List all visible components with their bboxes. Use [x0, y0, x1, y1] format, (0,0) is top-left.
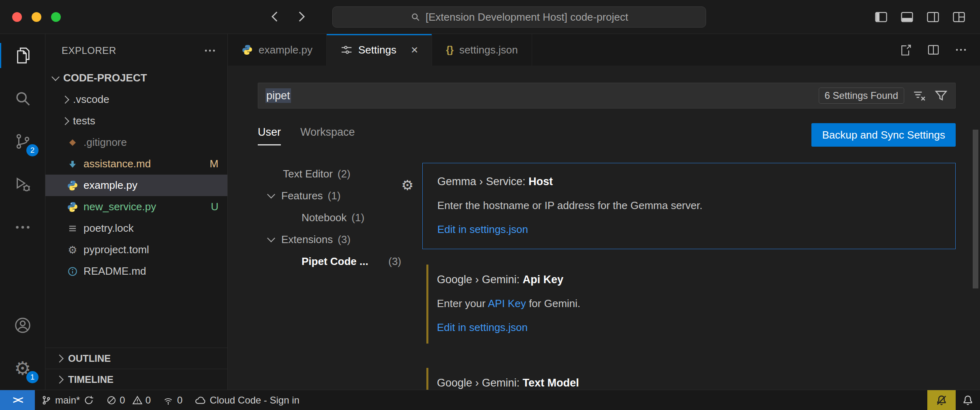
setting-actions-gear-icon[interactable]: ⚙ [401, 178, 413, 192]
account-icon [13, 316, 32, 335]
python-icon [66, 180, 79, 191]
split-editor-icon[interactable] [927, 43, 940, 57]
folder-tests[interactable]: tests [45, 110, 227, 132]
json-braces-icon: {} [446, 44, 454, 56]
file-example-py[interactable]: example.py [45, 175, 227, 196]
list-icon [66, 223, 79, 234]
activity-settings[interactable]: ⚙ 1 [0, 347, 45, 390]
files-icon [13, 46, 32, 65]
activity-more[interactable] [0, 206, 45, 249]
tab-bar: example.py Settings × {} settings.json [228, 34, 980, 66]
customize-layout-icon[interactable] [952, 10, 966, 24]
setting-google-gemini-text-model[interactable]: Google › Gemini: Text Model [422, 365, 956, 390]
clear-filters-icon[interactable] [912, 89, 926, 102]
api-key-link[interactable]: API Key [488, 297, 526, 310]
ellipsis-icon [13, 218, 32, 237]
sync-icon [83, 395, 94, 406]
setting-google-gemini-api-key[interactable]: Google › Gemini: Api Key Enter your API … [422, 261, 956, 347]
chevron-down-icon [51, 73, 60, 81]
vertical-scrollbar[interactable] [973, 130, 978, 288]
problems-status[interactable]: 0 0 [100, 390, 157, 410]
file-poetry-lock[interactable]: poetry.lock [45, 218, 227, 239]
vscode-window: [Extension Development Host] code-projec… [0, 0, 980, 410]
chevron-right-icon [61, 96, 69, 104]
file-pyproject-toml[interactable]: ⚙ pyproject.toml [45, 239, 227, 261]
toc-pipet-code[interactable]: Pipet Code ... (3) [258, 250, 412, 272]
settings-editor: pipet 6 Settings Found User Workspace [228, 66, 980, 390]
scm-badge: 2 [26, 144, 39, 156]
tab-settings[interactable]: Settings × [327, 34, 432, 66]
sidebar-title: EXPLORER [62, 45, 116, 56]
scope-tab-workspace[interactable]: Workspace [300, 126, 355, 145]
go-forward-icon[interactable] [294, 10, 308, 23]
remote-icon: >< [13, 394, 22, 406]
close-window-button[interactable] [12, 12, 22, 22]
chevron-right-icon [56, 376, 64, 384]
activity-source-control[interactable]: 2 [0, 120, 45, 163]
tree-root-code-project[interactable]: CODE-PROJECT [45, 67, 227, 89]
activity-account[interactable] [0, 304, 45, 347]
cloud-code-signin[interactable]: Cloud Code - Sign in [188, 390, 305, 410]
file-readme-md[interactable]: README.md [45, 261, 227, 282]
tab-example-py[interactable]: example.py [228, 34, 327, 66]
title-bar: [Extension Development Host] code-projec… [0, 0, 980, 34]
broadcast-icon [163, 395, 173, 406]
status-warning-item[interactable] [927, 390, 956, 410]
git-branch-status[interactable]: main* [35, 390, 100, 410]
ports-count: 0 [177, 395, 182, 406]
setting-category: Gemma › Service: [437, 175, 529, 188]
toc-text-editor[interactable]: Text Editor (2) [258, 163, 412, 185]
scope-tab-user[interactable]: User [258, 126, 281, 145]
chevron-down-icon [267, 190, 275, 199]
file-assistance-md[interactable]: assistance.md M [45, 153, 227, 175]
explorer-actions-icon[interactable] [203, 44, 217, 58]
more-actions-icon[interactable] [954, 43, 968, 57]
chevron-down-icon [267, 234, 275, 242]
tab-settings-json[interactable]: {} settings.json [432, 34, 532, 66]
setting-category: Google › Gemini: [437, 377, 523, 389]
file-tree: CODE-PROJECT .vscode tests .gitignore [45, 67, 227, 282]
settings-list: ⚙ Gemma › Service: Host Enter the hostna… [422, 163, 956, 390]
edit-in-settings-json-link[interactable]: Edit in settings.json [437, 223, 943, 236]
file-gitignore[interactable]: .gitignore [45, 132, 227, 153]
git-status-badge: U [211, 201, 218, 213]
search-query-text: pipet [265, 88, 291, 103]
minimize-window-button[interactable] [32, 12, 41, 22]
toc-notebook[interactable]: Notebook (1) [258, 207, 412, 228]
backup-sync-button[interactable]: Backup and Sync Settings [811, 123, 956, 147]
cloud-icon [195, 395, 206, 406]
toggle-panel-icon[interactable] [900, 10, 914, 24]
sliders-icon [340, 44, 353, 56]
toggle-sidebar-right-icon[interactable] [926, 10, 940, 24]
errors-count: 0 [120, 395, 125, 406]
activity-search[interactable] [0, 77, 45, 120]
close-tab-icon[interactable]: × [411, 44, 418, 56]
folder-vscode[interactable]: .vscode [45, 89, 227, 110]
open-changes-icon[interactable] [899, 43, 913, 57]
edit-in-settings-json-link[interactable]: Edit in settings.json [437, 321, 944, 334]
setting-name: Text Model [523, 377, 579, 389]
explorer-sidebar: EXPLORER CODE-PROJECT .vscode tests [45, 34, 228, 390]
timeline-section[interactable]: TIMELINE [45, 369, 227, 390]
toc-features[interactable]: Features (1) [258, 185, 412, 207]
results-count-badge: 6 Settings Found [819, 88, 904, 104]
main-area: 2 ⚙ 1 [0, 34, 980, 390]
setting-gemma-service-host[interactable]: Gemma › Service: Host Enter the hostname… [422, 163, 956, 249]
window-title: [Extension Development Host] code-projec… [426, 11, 628, 23]
settings-search-input[interactable]: pipet 6 Settings Found [258, 83, 956, 109]
ports-status[interactable]: 0 [157, 390, 188, 410]
zoom-window-button[interactable] [51, 12, 61, 22]
filter-icon[interactable] [934, 89, 948, 102]
toc-extensions[interactable]: Extensions (3) [258, 228, 412, 250]
notifications-bell[interactable] [956, 390, 980, 410]
activity-explorer[interactable] [0, 34, 45, 77]
command-center[interactable]: [Extension Development Host] code-projec… [332, 6, 706, 28]
chevron-right-icon [61, 117, 69, 125]
remote-indicator[interactable]: >< [0, 390, 35, 410]
toggle-sidebar-left-icon[interactable] [874, 10, 888, 24]
activity-run-debug[interactable] [0, 163, 45, 206]
outline-section[interactable]: OUTLINE [45, 348, 227, 369]
warnings-count: 0 [146, 395, 151, 406]
go-back-icon[interactable] [268, 10, 282, 23]
file-new-service-py[interactable]: new_service.py U [45, 196, 227, 218]
